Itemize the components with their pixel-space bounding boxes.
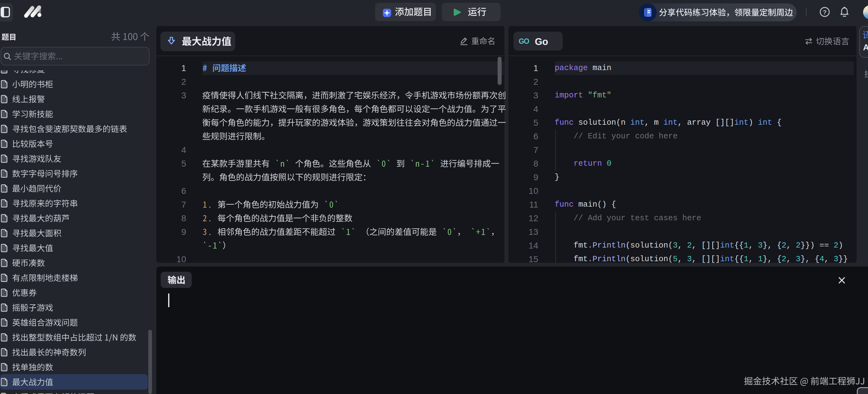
svg-text:?: ? <box>823 9 827 16</box>
